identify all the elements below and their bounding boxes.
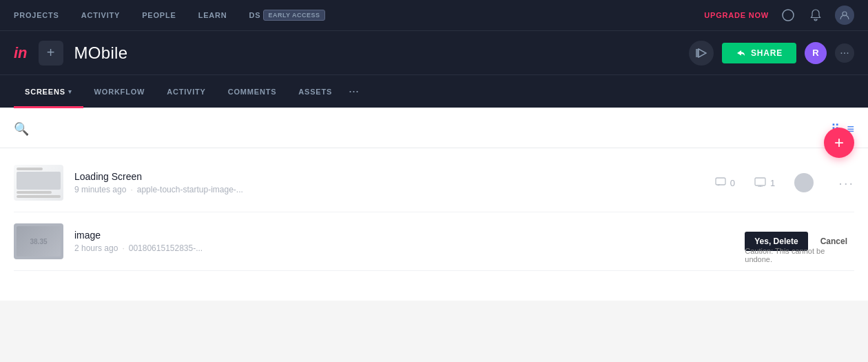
notification-icon[interactable] [807, 7, 824, 23]
tab-activity[interactable]: ACTIVITY [156, 75, 217, 108]
tab-workflow[interactable]: WORKFLOW [83, 75, 156, 108]
meta-dot: · [130, 185, 132, 194]
screen-meta: 9 minutes ago · apple-touch-startup-imag… [74, 185, 704, 194]
nav-people[interactable]: PEOPLE [142, 11, 176, 19]
thumb-inner [14, 165, 63, 201]
delete-confirm-dialog: Yes, Delete Cancel Caution: This cannot … [745, 232, 854, 251]
screen-name: image [74, 230, 854, 241]
project-header-right: SHARE R ··· [689, 41, 854, 66]
thumb-image-area [17, 172, 61, 190]
table-row: Loading Screen 9 minutes ago · apple-tou… [14, 154, 854, 212]
circle-icon[interactable] [780, 7, 796, 23]
status-dot [794, 173, 814, 192]
meta-dot: · [122, 243, 124, 253]
screen-stats: 0 1 ··· [715, 173, 854, 192]
tabs-more-icon[interactable]: ··· [349, 84, 359, 99]
more-options-button[interactable]: ··· [835, 43, 854, 63]
chevron-down-icon: ▾ [68, 88, 72, 95]
comment-count: 0 [730, 178, 735, 188]
nav-activity[interactable]: ACTIVITY [81, 11, 121, 19]
user-avatar[interactable]: R [805, 42, 827, 64]
project-header-left: in + MObile [14, 41, 127, 66]
nav-projects[interactable]: PROJECTS [14, 11, 59, 19]
screen-info: Loading Screen 9 minutes ago · apple-tou… [74, 171, 704, 194]
project-header: in + MObile SHARE R ··· [0, 30, 868, 74]
screen-meta: 2 hours ago · 00180615152835-... [74, 243, 854, 253]
screen-info: image 2 hours ago · 00180615152835-... [74, 230, 854, 253]
early-access-badge: EARLY ACCESS [263, 10, 324, 21]
thumb-line [17, 168, 43, 170]
share-button[interactable]: SHARE [722, 43, 796, 63]
search-icon[interactable]: 🔍 [14, 121, 29, 137]
screen-time: 9 minutes ago [74, 185, 126, 194]
thumb-inner: 38.35 [14, 223, 63, 259]
top-nav-right: UPGRADE NOW [704, 6, 854, 25]
fab-add-button[interactable]: + [824, 128, 854, 158]
screen-list: Loading Screen 9 minutes ago · apple-tou… [14, 154, 854, 271]
views-stat: 1 [754, 177, 775, 189]
screen-thumbnail [14, 165, 63, 201]
tabs-bar: SCREENS ▾ WORKFLOW ACTIVITY COMMENTS ASS… [0, 74, 868, 108]
nav-ds: DS EARLY ACCESS [249, 10, 325, 21]
tab-assets[interactable]: ASSETS [287, 75, 343, 108]
thumb-line [17, 191, 52, 194]
table-row: 38.35 image 2 hours ago · 00180615152835… [14, 212, 854, 271]
share-label: SHARE [751, 48, 783, 58]
top-nav-left: PROJECTS ACTIVITY PEOPLE LEARN DS EARLY … [14, 10, 325, 21]
screen-thumbnail: 38.35 [14, 223, 63, 259]
thumb-line [17, 195, 61, 198]
upgrade-now-link[interactable]: UPGRADE NOW [704, 11, 769, 19]
svg-rect-6 [755, 178, 765, 185]
screen-view-icon [754, 177, 766, 189]
tab-screens[interactable]: SCREENS ▾ [14, 75, 83, 108]
invision-logo[interactable]: in [14, 44, 28, 62]
views-count: 1 [770, 178, 775, 188]
user-menu[interactable] [835, 6, 854, 25]
thumb-placeholder: 38.35 [17, 226, 61, 257]
svg-marker-2 [699, 49, 706, 57]
tab-comments[interactable]: COMMENTS [217, 75, 288, 108]
top-navigation: PROJECTS ACTIVITY PEOPLE LEARN DS EARLY … [0, 0, 868, 30]
svg-point-0 [783, 10, 794, 21]
screen-filename: apple-touch-startup-image-... [137, 185, 243, 194]
add-project-button[interactable]: + [39, 41, 63, 66]
screen-time: 2 hours ago [74, 243, 118, 253]
preview-button[interactable] [689, 41, 714, 66]
nav-learn[interactable]: LEARN [198, 11, 227, 19]
svg-rect-5 [716, 178, 725, 185]
content-area: 🔍 ⠿ ≡ Loading Screen 9 minutes ago [0, 108, 868, 301]
screen-filename: 00180615152835-... [129, 243, 203, 253]
caution-text: Caution: This cannot be undone. [745, 247, 854, 263]
screen-name: Loading Screen [74, 171, 704, 182]
screen-more-button[interactable]: ··· [838, 175, 854, 191]
comment-icon [715, 177, 726, 189]
comments-stat: 0 [715, 177, 735, 189]
divider [0, 148, 868, 148]
search-bar: 🔍 ⠿ ≡ [14, 121, 854, 137]
project-title: MObile [74, 43, 128, 63]
